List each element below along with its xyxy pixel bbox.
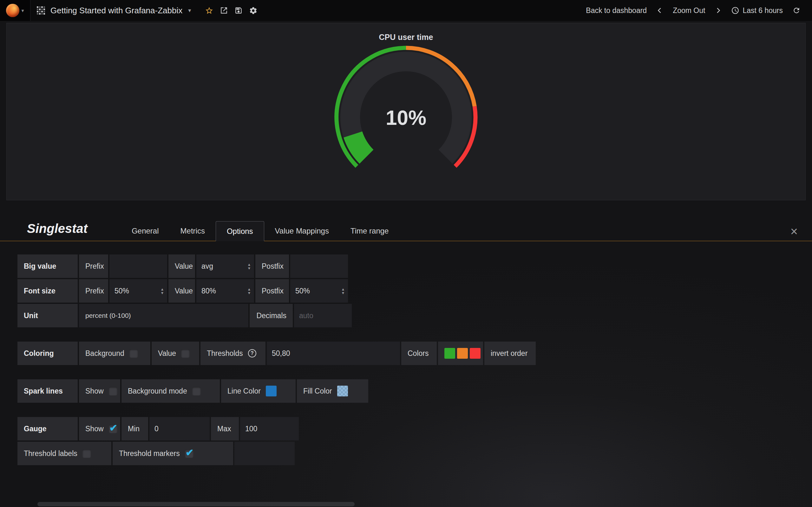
tab-options[interactable]: Options (216, 221, 264, 241)
prefix-font-size-selected: 50% (114, 287, 129, 295)
threshold-labels-label: Threshold labels (24, 449, 78, 458)
spinner-arrows-icon: ▴▾ (161, 287, 163, 295)
background-checkbox[interactable] (130, 349, 138, 358)
panel-title[interactable]: CPU user time (7, 23, 805, 42)
time-range-picker[interactable]: Last 6 hours (731, 6, 783, 15)
spark-lines-label: Spark lines (17, 379, 78, 403)
dashboard-title: Getting Started with Grafana-Zabbix (50, 6, 183, 15)
line-color-option: Line Color (221, 379, 296, 403)
show-label: Show (85, 425, 104, 433)
gauge-label: Gauge (17, 417, 78, 441)
coloring-value-option: Value (152, 342, 199, 365)
tab-metrics[interactable]: Metrics (170, 221, 216, 241)
time-forward-button[interactable] (715, 7, 722, 14)
threshold-markers-label: Threshold markers (119, 449, 180, 458)
unit-selected: percent (0-100) (85, 312, 131, 320)
share-button[interactable] (220, 6, 228, 14)
big-value-prefix-input[interactable] (109, 255, 167, 278)
coloring-label: Coloring (17, 342, 78, 365)
coloring-group: Coloring Background Value Thresholds ? C… (17, 342, 812, 365)
help-icon[interactable]: ? (248, 349, 256, 357)
postfix-font-size-selected: 50% (295, 287, 310, 295)
star-button[interactable] (205, 6, 213, 15)
spark-lines-row: Spark lines Show Background mode Line Co… (17, 379, 812, 403)
options-form: Big value Prefix Value avg ▴▾ Postfix Fo… (0, 241, 812, 465)
save-button[interactable] (235, 6, 243, 14)
editor-header: Singlestat General Metrics Options Value… (0, 221, 812, 241)
show-label: Show (85, 387, 104, 395)
value-options-group: Big value Prefix Value avg ▴▾ Postfix Fo… (17, 255, 812, 327)
min-label: Min (121, 417, 148, 441)
value-function-select[interactable]: avg ▴▾ (196, 255, 254, 278)
horizontal-scrollbar[interactable] (38, 502, 355, 506)
value-font-size-select[interactable]: 80% ▴▾ (196, 279, 254, 302)
background-mode-option: Background mode (121, 379, 220, 403)
spark-show-checkbox[interactable] (109, 387, 117, 395)
spark-show-option: Show (79, 379, 120, 403)
fill-color-swatch[interactable] (337, 386, 348, 396)
background-mode-checkbox[interactable] (192, 387, 201, 395)
threshold-color-swatch-3[interactable] (470, 348, 480, 359)
chevron-left-icon (656, 7, 663, 14)
threshold-labels-checkbox[interactable] (83, 449, 91, 458)
close-editor-icon[interactable]: × (791, 225, 798, 241)
zoom-out-button[interactable]: Zoom Out (673, 6, 705, 15)
color-swatches-cell (438, 342, 483, 365)
settings-button[interactable] (249, 6, 258, 15)
gauge-min-input[interactable] (149, 417, 210, 441)
editor-tabs: General Metrics Options Value Mappings T… (121, 221, 399, 241)
line-color-label: Line Color (227, 387, 261, 395)
spark-lines-group: Spark lines Show Background mode Line Co… (17, 379, 812, 403)
max-label: Max (211, 417, 239, 441)
value-label: Value (168, 255, 195, 278)
tab-value-mappings[interactable]: Value Mappings (264, 221, 340, 241)
top-navbar: ▾ Getting Started with Grafana-Zabbix ▾ … (0, 0, 812, 21)
chevron-down-icon: ▾ (21, 8, 24, 14)
grafana-menu-button[interactable]: ▾ (0, 0, 31, 21)
svg-text:10%: 10% (386, 107, 426, 129)
gauge-show-checkbox[interactable] (109, 425, 117, 433)
thresholds-input[interactable] (267, 342, 400, 365)
value-checkbox[interactable] (181, 349, 190, 358)
gauge-max-input[interactable] (240, 417, 299, 441)
empty-cell (235, 442, 295, 465)
refresh-icon (792, 6, 801, 14)
threshold-markers-checkbox[interactable] (185, 449, 194, 458)
threshold-labels-option: Threshold labels (17, 442, 111, 465)
postfix-font-size-select[interactable]: 50% ▴▾ (290, 279, 348, 302)
threshold-color-swatch-2[interactable] (457, 348, 468, 359)
fill-color-overlay (337, 386, 348, 396)
chevron-down-icon: ▾ (188, 7, 191, 14)
postfix-label: Postfix (255, 279, 289, 302)
value-function-selected: avg (201, 262, 213, 271)
save-icon (235, 6, 243, 14)
singlestat-panel: CPU user time 10% (6, 23, 806, 200)
tab-general[interactable]: General (121, 221, 169, 241)
prefix-label: Prefix (79, 255, 108, 278)
decimals-input[interactable] (294, 304, 352, 327)
postfix-label: Postfix (255, 255, 289, 278)
grafana-logo (6, 4, 19, 17)
font-size-row: Font size Prefix 50% ▴▾ Value 80% ▴▾ Pos… (17, 279, 812, 302)
dashboard-grid-icon (37, 6, 45, 15)
gauge-row: Gauge Show Min Max (17, 417, 812, 441)
gauge-show-option: Show (79, 417, 120, 441)
background-mode-label: Background mode (128, 387, 187, 395)
tab-time-range[interactable]: Time range (340, 221, 400, 241)
gauge-group: Gauge Show Min Max Threshold labels Thre… (17, 417, 812, 465)
spinner-arrows-icon: ▴▾ (248, 287, 250, 295)
threshold-color-swatch-1[interactable] (444, 348, 455, 359)
big-value-postfix-input[interactable] (290, 255, 348, 278)
invert-order-button[interactable]: invert order (484, 342, 536, 365)
refresh-button[interactable] (792, 6, 801, 14)
panel-editor: Singlestat General Metrics Options Value… (0, 221, 812, 465)
back-to-dashboard-button[interactable]: Back to dashboard (586, 6, 647, 15)
line-color-swatch[interactable] (266, 386, 276, 396)
dashboard-picker[interactable]: Getting Started with Grafana-Zabbix ▾ (31, 6, 194, 15)
big-value-row: Big value Prefix Value avg ▴▾ Postfix (17, 255, 812, 278)
time-back-button[interactable] (656, 7, 663, 14)
colors-label: Colors (401, 342, 437, 365)
prefix-font-size-select[interactable]: 50% ▴▾ (109, 279, 167, 302)
gear-icon (249, 6, 258, 15)
unit-select[interactable]: percent (0-100) (79, 304, 248, 327)
